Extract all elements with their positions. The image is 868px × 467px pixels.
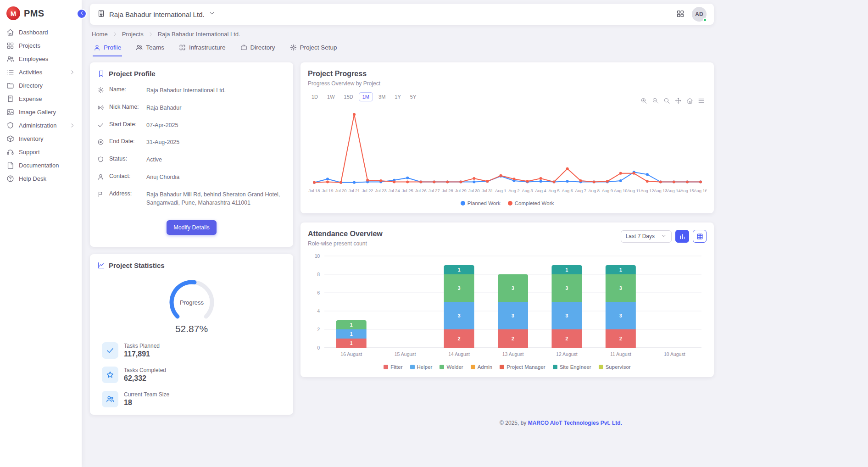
footer-copyright: © 2025, by (500, 420, 528, 426)
building-icon (97, 10, 105, 19)
sidebar-item-label: Administration (19, 122, 56, 129)
user-avatar[interactable]: AD (692, 7, 707, 22)
legend-planned-work[interactable]: Planned Work (461, 200, 501, 206)
sidebar-item-support[interactable]: Support (0, 145, 82, 159)
breadcrumb-home[interactable]: Home (92, 31, 108, 38)
sidebar-collapse-button[interactable] (77, 9, 87, 19)
svg-text:Aug 15: Aug 15 (680, 189, 694, 193)
svg-text:1: 1 (566, 267, 568, 272)
line-chart[interactable]: Jul 18Jul 19Jul 20Jul 21Jul 22Jul 23Jul … (308, 102, 707, 200)
table-view-button[interactable] (693, 230, 707, 243)
sidebar-item-inventory[interactable]: Inventory (0, 132, 82, 145)
sidebar-item-administration[interactable]: Administration (0, 119, 82, 132)
profile-field-name-: Name:Raja Bahadur International Ltd. (97, 86, 286, 95)
sidebar-item-expense[interactable]: Expense (0, 92, 82, 106)
app-logo[interactable]: M PMS (0, 0, 82, 26)
profile-field-status-: Status:Active (97, 156, 286, 164)
apps-grid-button[interactable] (676, 10, 684, 19)
stacked-bar-chart[interactable]: 024681011116 August15 August233114 Augus… (308, 250, 707, 363)
tab-profile[interactable]: Profile (93, 42, 122, 56)
stat-label: Tasks Planned (124, 343, 160, 349)
building-icon (97, 10, 105, 17)
bar-chart-view-button[interactable] (675, 230, 689, 243)
legend-swatch (471, 365, 475, 369)
project-progress-card: Project Progress Progress Overview by Pr… (300, 62, 714, 213)
legend-helper[interactable]: Helper (410, 364, 433, 370)
sidebar-item-image-gallery[interactable]: Image Gallery (0, 106, 82, 119)
sidebar-item-dashboard[interactable]: Dashboard (0, 26, 82, 39)
field-value: Raja Bahadur (146, 104, 181, 112)
range-1w-button[interactable]: 1W (323, 92, 339, 101)
legend-admin[interactable]: Admin (471, 364, 493, 370)
chart-home-button[interactable] (686, 97, 693, 104)
tab-infrastructure[interactable]: Infrastructure (178, 42, 227, 56)
chart-zoom-out-button[interactable] (652, 97, 659, 104)
legend-label: Admin (478, 364, 493, 370)
svg-text:Aug 13: Aug 13 (654, 189, 667, 193)
chart-menu-button[interactable] (698, 97, 705, 104)
chart-move-button[interactable] (675, 97, 682, 104)
field-value: 07-Apr-2025 (146, 121, 178, 130)
footer-company-link[interactable]: MARCO AIoT Technologies Pvt. Ltd. (528, 420, 622, 426)
star-icon (106, 371, 114, 379)
chevron-down-icon (209, 10, 215, 17)
stat-label: Current Team Size (124, 391, 169, 398)
range-1d-button[interactable]: 1D (308, 92, 322, 101)
sidebar-item-directory[interactable]: Directory (0, 79, 82, 92)
range-3m-button[interactable]: 3M (375, 92, 389, 101)
user-icon (94, 44, 100, 51)
modify-details-button[interactable]: Modify Details (167, 220, 217, 235)
sidebar-item-label: Support (19, 149, 40, 156)
chart-zoom-in-button[interactable] (640, 97, 647, 104)
tab-teams[interactable]: Teams (135, 42, 165, 56)
company-selector[interactable]: Raja Bahadur International Ltd. (97, 10, 215, 19)
svg-text:Jul 28: Jul 28 (442, 189, 453, 193)
legend-label: Supervisor (606, 364, 631, 370)
apps-grid-icon (676, 10, 684, 19)
tab-label: Infrastructure (189, 44, 226, 51)
chart-toolbar (640, 97, 705, 104)
bookmark-icon (97, 70, 105, 78)
field-label: Address: (109, 190, 141, 197)
breadcrumb-projects[interactable]: Projects (122, 31, 144, 38)
sidebar-item-employees[interactable]: Employees (0, 52, 82, 66)
legend-project-manager[interactable]: Project Manager (500, 364, 545, 370)
chart-search-button[interactable] (663, 97, 670, 104)
sidebar-item-help-desk[interactable]: Help Desk (0, 172, 82, 185)
range-15d-button[interactable]: 15D (340, 92, 357, 101)
legend-completed-work[interactable]: Completed Work (508, 200, 554, 206)
progress-gauge-wrap: Progress 52.87% (97, 277, 286, 334)
chevron-right-icon (69, 69, 75, 75)
legend-welder[interactable]: Welder (440, 364, 463, 370)
svg-text:16 August: 16 August (340, 351, 362, 357)
user-icon (97, 173, 104, 180)
check-icon (97, 122, 104, 128)
range-5y-button[interactable]: 5Y (406, 92, 420, 101)
svg-text:Aug 9: Aug 9 (602, 189, 613, 193)
svg-text:Aug 14: Aug 14 (667, 189, 680, 193)
legend-fitter[interactable]: Fitter (384, 364, 402, 370)
legend-swatch (384, 365, 388, 369)
tab-directory[interactable]: Directory (239, 42, 276, 56)
legend-site-engineer[interactable]: Site Engineer (553, 364, 591, 370)
field-value: Active (146, 156, 162, 164)
svg-text:Aug 4: Aug 4 (535, 189, 546, 193)
svg-text:Aug 6: Aug 6 (562, 189, 573, 193)
date-range-select[interactable]: Last 7 Days (621, 230, 672, 243)
sidebar-item-documentation[interactable]: Documentation (0, 159, 82, 172)
receipt-icon (6, 95, 14, 103)
tab-bar: ProfileTeamsInfrastructureDirectoryProje… (90, 42, 714, 57)
range-1m-button[interactable]: 1M (359, 92, 373, 101)
tab-project-setup[interactable]: Project Setup (289, 42, 338, 56)
field-label: Contact: (109, 173, 141, 179)
sidebar-item-projects[interactable]: Projects (0, 39, 82, 52)
range-1y-button[interactable]: 1Y (391, 92, 404, 101)
legend-supervisor[interactable]: Supervisor (599, 364, 631, 370)
stat-tasks-completed: Tasks Completed62,332 (102, 367, 286, 383)
breadcrumb-raja-bahadur-international-ltd-[interactable]: Raja Bahadur International Ltd. (158, 31, 240, 38)
svg-text:3: 3 (512, 313, 514, 318)
sidebar-item-activities[interactable]: Activities (0, 66, 82, 79)
table-icon (696, 233, 703, 240)
progress-gauge: Progress (155, 277, 228, 324)
svg-text:Aug 3: Aug 3 (522, 189, 533, 193)
